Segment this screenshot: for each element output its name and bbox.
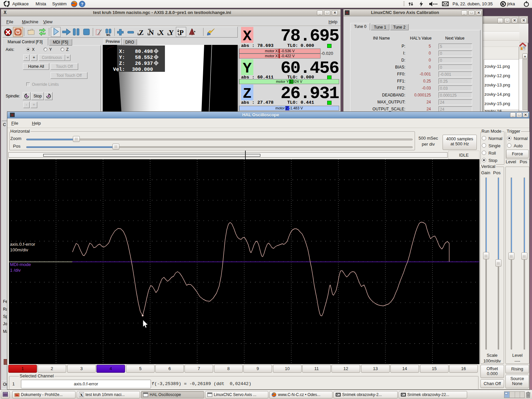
svg-text:Z: Z — [139, 29, 144, 37]
svg-text:Y: Y — [169, 29, 174, 37]
svg-text:X: X — [80, 392, 83, 397]
svg-text:axis.0.f-error: axis.0.f-error — [10, 242, 35, 247]
svg-text:MDI-mode: MDI-mode — [10, 262, 31, 267]
svg-text:?: ? — [81, 2, 83, 7]
svg-text:1 /div: 1 /div — [10, 268, 21, 273]
svg-text:X: X — [159, 29, 164, 37]
svg-text:N: N — [149, 29, 154, 37]
svg-text:100m/div: 100m/div — [10, 247, 28, 252]
svg-text:P: P — [180, 29, 184, 37]
svg-text:M1: M1 — [106, 33, 110, 36]
